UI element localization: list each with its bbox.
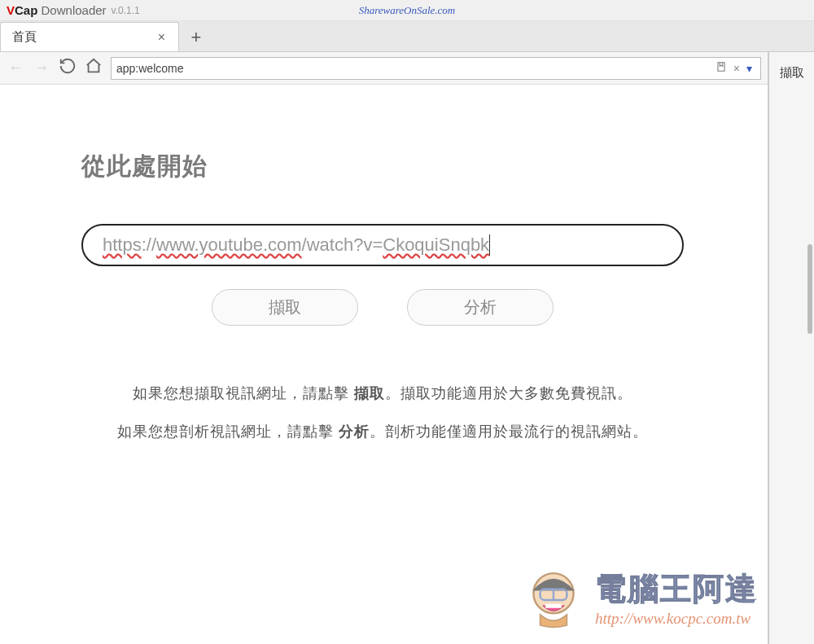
watermark-title: 電腦王阿達: [595, 568, 758, 610]
description: 如果您想擷取視訊網址，請點擊 擷取。擷取功能適用於大多數免費視訊。 如果您想剖析…: [81, 375, 684, 451]
titlebar: VCap Downloader v.0.1.1 SharewareOnSale.…: [0, 0, 814, 21]
welcome-page: 從此處開始 https://www.youtube.com/watch?v=Ck…: [0, 85, 768, 644]
bookmark-icon[interactable]: [712, 61, 730, 75]
new-tab-button[interactable]: +: [182, 24, 210, 51]
desc-line-2: 如果您想剖析視訊網址，請點擊 分析。剖析功能僅適用於最流行的視訊網站。: [81, 413, 684, 451]
promo-link[interactable]: SharewareOnSale.com: [285, 4, 529, 17]
svg-rect-0: [718, 63, 724, 72]
tab-label: 首頁: [12, 29, 37, 45]
back-button[interactable]: ←: [7, 59, 24, 77]
app-version: v.0.1.1: [112, 5, 140, 16]
desc-line-1: 如果您想擷取視訊網址，請點擊 擷取。擷取功能適用於大多數免費視訊。: [81, 375, 684, 413]
chevron-down-icon[interactable]: ▾: [743, 62, 755, 75]
capture-button[interactable]: 擷取: [212, 289, 358, 326]
reload-button[interactable]: [59, 57, 77, 79]
svg-rect-2: [540, 589, 567, 600]
home-button[interactable]: [85, 57, 103, 79]
navbar: ← → × ▾: [0, 52, 768, 85]
forward-button[interactable]: →: [33, 59, 50, 77]
watermark: 電腦王阿達 http://www.kocpc.com.tw: [520, 563, 758, 633]
sidebar-capture-button[interactable]: 擷取: [777, 60, 807, 85]
close-icon[interactable]: ×: [155, 28, 168, 46]
analyze-button[interactable]: 分析: [407, 289, 554, 326]
page-title: 從此處開始: [81, 150, 684, 183]
watermark-face-icon: [520, 563, 587, 633]
clear-icon[interactable]: ×: [730, 62, 743, 75]
logo-downloader: Downloader: [42, 3, 107, 17]
app-logo: VCap Downloader: [7, 3, 107, 17]
address-bar[interactable]: × ▾: [111, 57, 761, 80]
logo-v: V: [7, 3, 15, 17]
svg-rect-4: [545, 604, 562, 608]
logo-cap: Cap: [15, 3, 37, 17]
tabbar: 首頁 × +: [0, 21, 814, 52]
watermark-url: http://www.kocpc.com.tw: [595, 610, 751, 628]
url-input[interactable]: https://www.youtube.com/watch?v=CkoquiSn…: [81, 224, 684, 266]
url-input-text: https: [103, 234, 142, 256]
scrollbar-thumb[interactable]: [807, 244, 812, 334]
tab-home[interactable]: 首頁 ×: [0, 22, 179, 51]
address-input[interactable]: [116, 62, 712, 75]
svg-point-1: [533, 573, 573, 613]
right-sidebar: 擷取: [768, 52, 814, 644]
